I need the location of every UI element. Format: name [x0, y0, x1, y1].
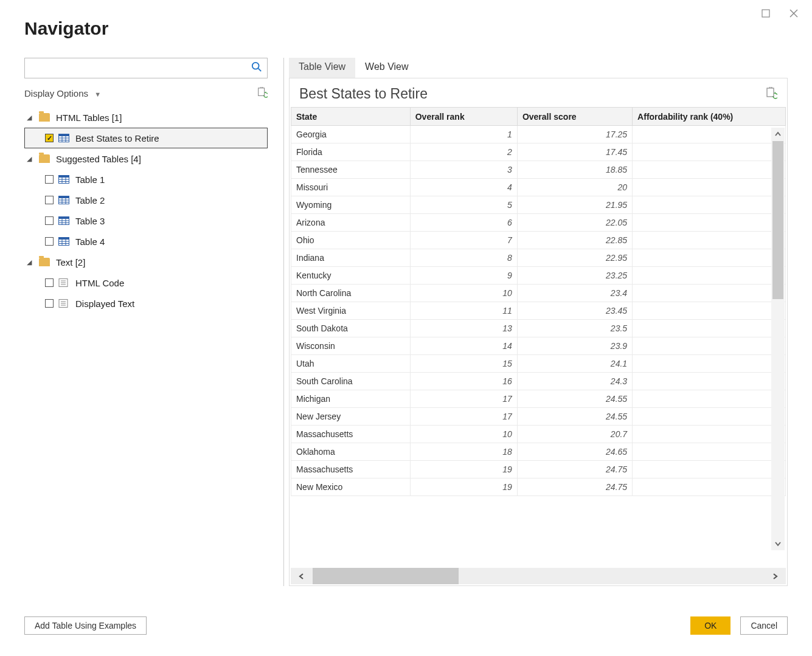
table-row[interactable]: South Dakota1323.5: [291, 320, 786, 337]
checkbox[interactable]: [45, 299, 54, 308]
horizontal-scrollbar[interactable]: [291, 568, 786, 584]
table-row[interactable]: Florida217.45: [291, 143, 786, 161]
scroll-up-icon[interactable]: [771, 128, 785, 141]
tree-item[interactable]: Table 2: [24, 190, 268, 210]
scroll-down-icon[interactable]: [771, 537, 785, 550]
cell-rank: 15: [410, 355, 517, 373]
cell-affordability: [633, 426, 786, 443]
tree-item[interactable]: Displayed Text: [24, 293, 268, 314]
cell-state: South Carolina: [291, 373, 411, 390]
table-row[interactable]: Utah1524.1: [291, 355, 786, 373]
column-header[interactable]: Overall rank: [410, 108, 517, 126]
checkbox[interactable]: [45, 237, 54, 246]
chevron-down-icon: ◢: [27, 155, 35, 163]
scroll-track-horizontal[interactable]: [313, 568, 764, 584]
column-header[interactable]: State: [291, 108, 411, 126]
tab-web-view[interactable]: Web View: [355, 58, 418, 78]
table-row[interactable]: Arizona622.05: [291, 214, 786, 232]
table-icon: [58, 196, 69, 204]
table-row[interactable]: South Carolina1624.3: [291, 373, 786, 390]
cell-affordability: [633, 161, 786, 179]
cell-rank: 2: [410, 143, 517, 161]
close-window-icon[interactable]: [786, 6, 801, 21]
chevron-down-icon: ◢: [27, 258, 35, 266]
svg-rect-25: [59, 217, 69, 219]
table-row[interactable]: New Jersey1724.55: [291, 408, 786, 426]
preview-panel: Best States to Retire StateOverall rankO…: [289, 78, 788, 586]
table-row[interactable]: North Carolina1023.4: [291, 285, 786, 302]
cell-rank: 13: [410, 320, 517, 337]
cell-score: 24.3: [517, 373, 632, 390]
cell-score: 23.25: [517, 267, 632, 285]
vertical-scrollbar[interactable]: [771, 128, 785, 550]
tree-item[interactable]: HTML Code: [24, 272, 268, 293]
table-row[interactable]: New Mexico1924.75: [291, 478, 786, 496]
tree-item[interactable]: Table 1: [24, 169, 268, 190]
checkbox[interactable]: [45, 196, 54, 204]
display-options-label: Display Options: [24, 88, 88, 98]
table-row[interactable]: Missouri420: [291, 179, 786, 196]
table-row[interactable]: Tennessee318.85: [291, 161, 786, 179]
cell-affordability: [633, 267, 786, 285]
scroll-left-icon[interactable]: [291, 568, 313, 584]
cell-score: 24.1: [517, 355, 632, 373]
display-options-dropdown[interactable]: Display Options ▼: [24, 88, 101, 98]
checkbox[interactable]: [45, 134, 54, 142]
table-row[interactable]: Wyoming521.95: [291, 196, 786, 214]
tree-group[interactable]: ◢Suggested Tables [4]: [24, 148, 268, 169]
tab-table-view[interactable]: Table View: [289, 58, 355, 78]
cell-rank: 5: [410, 196, 517, 214]
scroll-thumb-horizontal[interactable]: [313, 568, 459, 584]
refresh-icon[interactable]: [257, 87, 268, 100]
checkbox[interactable]: [45, 216, 54, 225]
column-header[interactable]: Overall score: [517, 108, 632, 126]
table-icon: [58, 134, 69, 142]
checkbox[interactable]: [45, 278, 54, 287]
left-panel: Display Options ▼ ◢HTML Tables [1]Best S…: [24, 58, 279, 586]
tree-item[interactable]: Table 3: [24, 210, 268, 231]
search-box[interactable]: [24, 58, 268, 78]
table-icon: [58, 175, 69, 184]
table-row[interactable]: Georgia117.25: [291, 126, 786, 143]
search-icon[interactable]: [251, 61, 262, 75]
checkbox[interactable]: [45, 175, 54, 184]
cell-affordability: [633, 355, 786, 373]
folder-icon: [39, 258, 50, 266]
cell-affordability: [633, 320, 786, 337]
table-row[interactable]: Massachusetts1020.7: [291, 426, 786, 443]
cell-affordability: [633, 390, 786, 408]
cell-rank: 3: [410, 161, 517, 179]
cell-rank: 19: [410, 478, 517, 496]
tree-group[interactable]: ◢Text [2]: [24, 252, 268, 272]
cell-affordability: [633, 337, 786, 355]
tree-item[interactable]: Best States to Retire: [24, 128, 268, 148]
cell-state: Wyoming: [291, 196, 411, 214]
tree-item[interactable]: Table 4: [24, 231, 268, 252]
svg-rect-5: [259, 88, 265, 96]
refresh-preview-icon[interactable]: [765, 87, 777, 102]
cell-rank: 11: [410, 302, 517, 320]
table-row[interactable]: Ohio722.85: [291, 232, 786, 249]
table-row[interactable]: Indiana822.95: [291, 249, 786, 267]
table-row[interactable]: West Virginia1123.45: [291, 302, 786, 320]
table-row[interactable]: Oklahoma1824.65: [291, 443, 786, 461]
add-table-examples-button[interactable]: Add Table Using Examples: [24, 616, 147, 635]
cell-state: Wisconsin: [291, 337, 411, 355]
cell-score: 17.25: [517, 126, 632, 143]
restore-window-icon[interactable]: [758, 6, 773, 21]
cancel-button[interactable]: Cancel: [740, 616, 788, 635]
tree-group[interactable]: ◢HTML Tables [1]: [24, 107, 268, 128]
table-icon: [58, 237, 69, 246]
cell-rank: 9: [410, 267, 517, 285]
cell-rank: 7: [410, 232, 517, 249]
ok-button[interactable]: OK: [690, 616, 730, 635]
cell-state: Michigan: [291, 390, 411, 408]
scroll-thumb-vertical[interactable]: [772, 141, 783, 299]
scroll-right-icon[interactable]: [764, 568, 786, 584]
column-header[interactable]: Affordability rank (40%): [633, 108, 786, 126]
table-row[interactable]: Kentucky923.25: [291, 267, 786, 285]
table-row[interactable]: Massachusetts1924.75: [291, 461, 786, 478]
table-row[interactable]: Wisconsin1423.9: [291, 337, 786, 355]
table-row[interactable]: Michigan1724.55: [291, 390, 786, 408]
search-input[interactable]: [30, 63, 251, 74]
